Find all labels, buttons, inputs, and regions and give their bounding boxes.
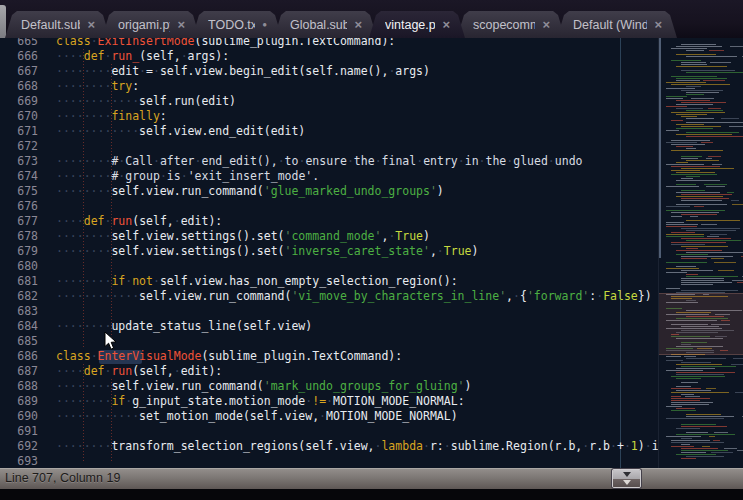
line-content: ········self.view.settings().set('comman… <box>56 229 430 244</box>
tab-global.sublime[interactable]: Global.sublime× <box>274 11 377 38</box>
line-content: ········transform_selection_regions(self… <box>56 439 658 454</box>
tab-label: TODO.txt <box>208 18 255 32</box>
tab-label: origami.py <box>118 18 170 32</box>
tab-scopecommand[interactable]: scopecommand× <box>457 11 565 38</box>
tab-dirty-icon[interactable]: ● <box>262 21 267 29</box>
minimap-viewport[interactable] <box>659 293 743 355</box>
line-content: ········self.view.run_command('glue_mark… <box>56 184 444 199</box>
line-number: 679 <box>0 244 38 259</box>
code-line: 682············self.view.run_command('vi… <box>0 289 658 304</box>
tab-default-windo[interactable]: Default (Windo× <box>557 11 677 38</box>
tab-strip: Default.sublim×origami.py×TODO.txt●Globa… <box>5 0 669 38</box>
tab-todo.txt[interactable]: TODO.txt● <box>192 11 282 38</box>
tab-close-icon[interactable]: × <box>354 20 362 30</box>
tab-label: Default (Windo <box>573 18 647 32</box>
tab-close-icon[interactable]: × <box>177 20 185 30</box>
line-number: 667 <box>0 64 38 79</box>
tab-close-icon[interactable]: × <box>542 20 550 30</box>
line-content: ············self.view.end_edit(edit) <box>56 124 305 139</box>
line-content: ····def·run_(self,·args): <box>56 49 229 64</box>
code-line: 688········self.view.run_command('mark_u… <box>0 379 658 394</box>
line-number: 670 <box>0 109 38 124</box>
scroll-stepper-bottom[interactable] <box>613 479 640 488</box>
code-line: 666····def·run_(self,·args): <box>0 49 658 64</box>
line-number: 685 <box>0 334 38 349</box>
line-content: ············self.view.run_command('vi_mo… <box>56 289 652 304</box>
scrollbar-steppers[interactable] <box>612 469 641 488</box>
line-number: 691 <box>0 424 38 439</box>
line-number: 687 <box>0 364 38 379</box>
line-content: ········#·group·is·'exit_insert_mode'. <box>56 169 319 184</box>
line-content: ····def·run(self,·edit): <box>56 364 222 379</box>
code-line: 665class·ExitInsertMode(sublime_plugin.T… <box>0 38 658 49</box>
code-line: 685 <box>0 334 658 349</box>
code-line: 686class·EnterVisualMode(sublime_plugin.… <box>0 349 658 364</box>
line-number: 681 <box>0 274 38 289</box>
code-line: 680 <box>0 259 658 274</box>
tab-vintage.py[interactable]: vintage.py× <box>369 11 465 38</box>
triangle-down-icon <box>623 480 631 485</box>
code-line: 676 <box>0 199 658 214</box>
line-number: 678 <box>0 229 38 244</box>
code-line: 675········self.view.run_command('glue_m… <box>0 184 658 199</box>
code-line: 691 <box>0 424 658 439</box>
tab-close-icon[interactable]: × <box>442 20 450 30</box>
minimap[interactable] <box>658 38 743 468</box>
line-content: ········edit·=·self.view.begin_edit(self… <box>56 64 430 79</box>
line-number: 673 <box>0 154 38 169</box>
code-line: 678········self.view.settings().set('com… <box>0 229 658 244</box>
code-line: 667········edit·=·self.view.begin_edit(s… <box>0 64 658 79</box>
line-content: ········if·g_input_state.motion_mode·!=·… <box>56 394 465 409</box>
code-line: 693 <box>0 454 658 468</box>
triangle-down-icon <box>623 472 631 477</box>
tab-close-icon[interactable]: × <box>654 20 662 30</box>
line-content: ········update_status_line(self.view) <box>56 319 312 334</box>
minimap-content <box>666 40 742 460</box>
code-line: 689········if·g_input_state.motion_mode·… <box>0 394 658 409</box>
line-number: 686 <box>0 349 38 364</box>
line-number: 692 <box>0 439 38 454</box>
line-number: 688 <box>0 379 38 394</box>
line-number: 690 <box>0 409 38 424</box>
line-number: 680 <box>0 259 38 274</box>
window: 665class·ExitInsertMode(sublime_plugin.T… <box>0 0 743 500</box>
code-line: 690············set_motion_mode(self.view… <box>0 409 658 424</box>
code-line: 668········try: <box>0 79 658 94</box>
code-line: 692········transform_selection_regions(s… <box>0 439 658 454</box>
code-line: 687····def·run(self,·edit): <box>0 364 658 379</box>
code-line: 673········#·Call·after·end_edit(),·to·e… <box>0 154 658 169</box>
code-line: 674········#·group·is·'exit_insert_mode'… <box>0 169 658 184</box>
code-line: 672 <box>0 139 658 154</box>
tab-default.sublim[interactable]: Default.sublim× <box>5 11 110 38</box>
line-number: 684 <box>0 319 38 334</box>
line-content: ········#·Call·after·end_edit(),·to·ensu… <box>56 154 582 169</box>
mouse-cursor <box>104 331 118 355</box>
code-line: 679········self.view.settings().set('inv… <box>0 244 658 259</box>
line-number: 677 <box>0 214 38 229</box>
line-number: 666 <box>0 49 38 64</box>
code-line: 684········update_status_line(self.view) <box>0 319 658 334</box>
scroll-stepper-top[interactable] <box>613 470 640 479</box>
line-number: 665 <box>0 38 38 49</box>
line-content: class·ExitInsertMode(sublime_plugin.Text… <box>56 38 395 49</box>
code-line: 669············self.run(edit) <box>0 94 658 109</box>
code-editor[interactable]: 665class·ExitInsertMode(sublime_plugin.T… <box>0 38 743 468</box>
line-number: 693 <box>0 454 38 468</box>
code-line: 677····def·run(self,·edit): <box>0 214 658 229</box>
line-content: ········finally: <box>56 109 167 124</box>
line-number: 675 <box>0 184 38 199</box>
tab-origami.py[interactable]: origami.py× <box>102 11 200 38</box>
status-caret-position: Line 707, Column 19 <box>5 471 120 485</box>
line-number: 676 <box>0 199 38 214</box>
tab-close-icon[interactable]: × <box>87 20 95 30</box>
scrollbar-thumb[interactable] <box>659 38 661 258</box>
code-area: 665class·ExitInsertMode(sublime_plugin.T… <box>0 38 658 468</box>
line-number: 674 <box>0 169 38 184</box>
line-number: 672 <box>0 139 38 154</box>
code-line: 670········finally: <box>0 109 658 124</box>
line-content: ············set_motion_mode(self.view,·M… <box>56 409 458 424</box>
line-number: 683 <box>0 304 38 319</box>
line-content: ········if·not·self.view.has_non_empty_s… <box>56 274 458 289</box>
tab-label: Global.sublime <box>290 18 347 32</box>
line-number: 682 <box>0 289 38 304</box>
